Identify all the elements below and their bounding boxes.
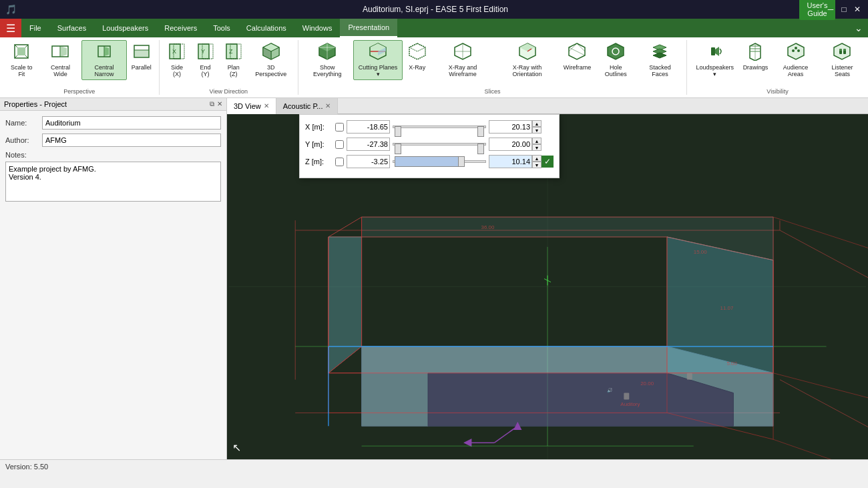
central-narrow-button[interactable]: Central Narrow (81, 40, 126, 80)
loudspeakers-icon (706, 42, 724, 63)
x-slider[interactable] (393, 120, 486, 134)
svg-line-46 (569, 43, 577, 51)
scale-to-fit-button[interactable]: Scale to Fit (4, 40, 39, 80)
loudspeakers-button[interactable]: Loudspeakers ▾ (691, 40, 738, 80)
3d-viewport[interactable]: 36.00 15.00 11.07 5.00 20.00 Auditory 15… (227, 114, 868, 459)
x-max-down[interactable]: ▼ (532, 127, 541, 134)
x-checkbox[interactable] (335, 123, 344, 132)
properties-float-icon[interactable]: ⧉ (210, 100, 214, 108)
3d-perspective-button[interactable]: 3D Perspective (248, 40, 294, 80)
ribbon-collapse-icon[interactable]: ⌄ (855, 23, 863, 33)
drawings-button[interactable]: Drawings (740, 40, 771, 73)
stacked-faces-button[interactable]: Stacked Faces (638, 40, 682, 80)
y-checkbox[interactable] (335, 140, 344, 149)
menu-file[interactable]: File (21, 19, 49, 37)
tab-3d-view-close[interactable]: ✕ (264, 102, 269, 109)
x-ray-button[interactable]: X-Ray (404, 40, 431, 73)
author-input[interactable] (42, 134, 221, 147)
x-label: X [m]: (305, 123, 335, 131)
menu-surfaces[interactable]: Surfaces (49, 19, 94, 37)
svg-text:36.00: 36.00 (481, 224, 495, 230)
ribbon-group-perspective: Scale to Fit Central Wide (0, 40, 160, 95)
menu-calculations[interactable]: Calculations (238, 19, 294, 37)
end-y-icon: Y (196, 42, 215, 63)
menu-tools[interactable]: Tools (205, 19, 238, 37)
name-input[interactable] (42, 116, 221, 130)
y-min-input[interactable] (347, 138, 390, 151)
svg-text:🔊: 🔊 (607, 387, 613, 393)
cutting-planes-button[interactable]: Cutting Planes ▾ (353, 40, 402, 80)
x-ray-orientation-label: X-Ray with Orientation (498, 65, 556, 78)
loudspeakers-label: Loudspeakers ▾ (694, 65, 735, 78)
svg-marker-52 (653, 53, 666, 58)
show-everything-label: Show Everything (306, 65, 349, 78)
end-y-button[interactable]: Y End (Y) (192, 40, 219, 80)
scale-to-fit-icon (12, 42, 31, 63)
svg-rect-53 (711, 47, 715, 55)
svg-marker-11 (104, 47, 109, 56)
z-checkbox[interactable] (335, 158, 344, 166)
minimize-button[interactable]: ─ (825, 4, 836, 15)
x-ray-label: X-Ray (409, 65, 425, 71)
y-max-input[interactable] (489, 138, 532, 151)
audience-areas-button[interactable]: Audience Areas (772, 40, 819, 80)
ribbon-group-slices: Show Everything Cutting Planes ▾ (298, 40, 687, 95)
y-max-up[interactable]: ▲ (532, 138, 541, 144)
close-button[interactable]: ✕ (852, 4, 863, 15)
side-x-button[interactable]: X Side (X) (164, 40, 191, 80)
titlebar: 🎵 Auditorium, SI.eprj - EASE 5 First Edi… (0, 0, 868, 19)
svg-text:20.00: 20.00 (640, 381, 654, 387)
users-guide-button[interactable]: User's Guide (812, 4, 823, 15)
wireframe-button[interactable]: Wireframe (561, 40, 594, 73)
hamburger-menu[interactable]: ☰ (0, 19, 21, 37)
end-y-label: End (Y) (196, 65, 216, 78)
menu-loudspeakers[interactable]: Loudspeakers (94, 19, 156, 37)
svg-text:Z: Z (229, 48, 233, 55)
parallel-button[interactable]: Parallel (128, 40, 155, 73)
z-slider[interactable] (393, 155, 486, 168)
viewport-area: 3D View ✕ Acoustic P... ✕ (227, 98, 868, 459)
svg-text:Auditory: Auditory (620, 401, 640, 407)
svg-rect-67 (839, 49, 842, 51)
tab-acoustic-close[interactable]: ✕ (325, 102, 331, 109)
ribbon: Scale to Fit Central Wide (0, 37, 868, 98)
svg-point-61 (792, 49, 795, 52)
show-everything-icon (318, 42, 337, 63)
central-wide-button[interactable]: Central Wide (41, 40, 80, 80)
ribbon-group-view-direction: X Side (X) Y End (Y) (160, 40, 298, 95)
x-max-input[interactable] (489, 120, 532, 134)
z-max-down[interactable]: ▼ (532, 162, 541, 168)
svg-line-47 (569, 47, 585, 55)
apply-button[interactable]: ✓ (541, 156, 554, 168)
z-max-input[interactable] (489, 155, 532, 168)
menu-receivers[interactable]: Receivers (156, 19, 205, 37)
properties-close-icon[interactable]: ✕ (217, 100, 222, 108)
show-everything-button[interactable]: Show Everything (302, 40, 353, 80)
hole-outlines-button[interactable]: Hole Outlines (595, 40, 636, 80)
x-ray-icon (408, 42, 427, 63)
menu-windows[interactable]: Windows (294, 19, 341, 37)
y-slider[interactable] (393, 138, 486, 151)
audience-areas-label: Audience Areas (775, 65, 815, 78)
wireframe-icon (568, 42, 586, 63)
x-ray-wireframe-button[interactable]: X-Ray and Wireframe (432, 40, 494, 80)
tab-3d-view[interactable]: 3D View ✕ (227, 98, 276, 114)
properties-header: Properties - Project ⧉ ✕ (0, 98, 226, 111)
z-max-up[interactable]: ▲ (532, 155, 541, 162)
z-min-input[interactable] (347, 155, 390, 168)
y-label: Y [m]: (305, 140, 335, 148)
svg-point-62 (797, 49, 800, 52)
x-min-input[interactable] (347, 120, 390, 134)
x-ray-orientation-button[interactable]: X-Ray with Orientation (495, 40, 559, 80)
cutting-planes-panel: X [m]: ▲ ▼ (299, 114, 560, 178)
svg-marker-54 (715, 47, 719, 56)
notes-textarea[interactable]: Example project by AFMG. Version 4. (5, 162, 221, 202)
y-max-down[interactable]: ▼ (532, 144, 541, 151)
maximize-button[interactable]: □ (839, 4, 849, 15)
x-max-up[interactable]: ▲ (532, 120, 541, 127)
listener-seats-button[interactable]: Listener Seats (821, 40, 864, 80)
ribbon-group-visibility: Loudspeakers ▾ Drawings (687, 40, 868, 95)
menu-presentation[interactable]: Presentation (340, 19, 397, 37)
plan-z-button[interactable]: Z Plan (Z) (220, 40, 247, 80)
tab-acoustic[interactable]: Acoustic P... ✕ (276, 98, 339, 114)
